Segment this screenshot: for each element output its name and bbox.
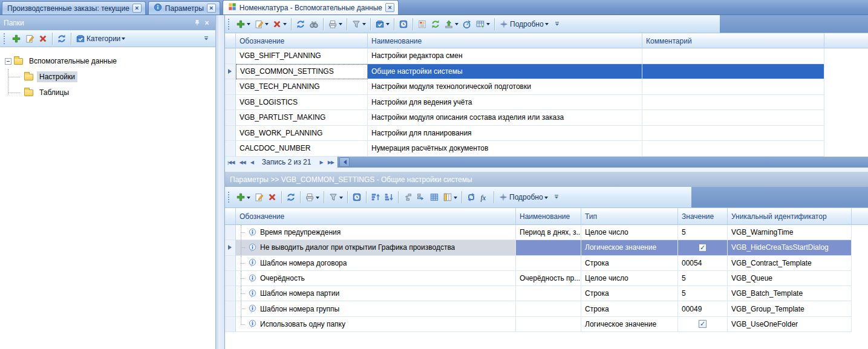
table-row[interactable]: VGB_SHIFT_PLANNINGНастройки редактора см… [225,48,868,64]
cell-uid[interactable]: VGB_Group_Template [728,301,852,316]
refresh-button[interactable] [284,190,298,204]
stopwatch-button[interactable] [460,17,474,31]
cell-value[interactable]: 00054 [678,256,728,271]
edit-param-button[interactable] [252,190,266,204]
delete-param-button[interactable] [266,190,279,204]
tab-production-orders[interactable]: Производственные заказы: текущие × [2,1,146,15]
cell-comment[interactable] [642,126,824,142]
cell-type[interactable]: Строка [581,301,678,316]
cell-uid[interactable]: VGB_WarningTime [728,225,852,240]
toolbar-overflow-button[interactable] [200,31,213,46]
grid-view-button[interactable] [428,190,441,204]
cell-name[interactable]: Настройки для планирования [368,126,642,142]
cell-name[interactable]: Не выводить диалог при открытии Графика … [236,240,516,255]
prev-record-button[interactable]: ◀ [248,157,256,168]
cell-type[interactable]: Строка [581,256,678,271]
prev-page-button[interactable]: ◀◀ [237,157,247,168]
cell-name[interactable]: Время предупреждения [236,225,516,240]
panel-splitter[interactable] [216,15,225,349]
toolbar-overflow-button[interactable] [550,17,564,31]
export-button[interactable] [442,17,460,31]
column-header[interactable]: Тип [581,208,678,225]
cell-code[interactable]: VGB_LOGISTICS [236,95,368,111]
toolbar-overflow-button[interactable] [550,190,563,204]
sync-button[interactable] [429,17,442,31]
table-row[interactable]: VGB_COMMON_SETTINGSОбщие настройки систе… [225,64,868,80]
cell-code[interactable]: VGB_SHIFT_PLANNING [236,48,368,64]
edit-folder-button[interactable] [23,31,36,46]
cell-value[interactable]: 5 [678,271,728,286]
cell-name[interactable]: Использовать одну папку [236,317,516,332]
collapse-icon[interactable] [5,58,11,65]
cell-code[interactable]: VGB_WORK_PLANNING [236,126,368,142]
cell-caption[interactable] [516,301,581,316]
cell-uid[interactable]: VGB_Contract_Template [728,256,852,271]
table-row[interactable]: Шаблон номера договораСтрока00054VGB_Con… [225,256,868,271]
checkbox-checked[interactable]: ✓ [699,244,706,252]
cell-code[interactable]: VGB_PARTLIST_MAKING [236,110,368,126]
report-button[interactable] [416,17,429,31]
cell-name[interactable]: Настройки модуля технологической подгото… [368,79,642,95]
chevron-down-icon[interactable] [339,23,342,27]
cell-name[interactable]: Шаблон номера группы [236,301,516,316]
pin-icon[interactable] [192,18,202,28]
cell-code[interactable]: CALCDOC_NUMBER [236,141,368,157]
table-row[interactable]: VGB_TECH_PLANNINGНастройки модуля технол… [225,79,868,95]
cell-name[interactable]: Нумерация расчётных документов [368,141,642,157]
delete-record-button[interactable] [270,17,289,31]
cell-value[interactable]: 00049 [678,301,728,316]
cell-caption[interactable] [516,286,581,301]
close-icon[interactable]: × [132,4,142,13]
table-row[interactable]: CALCDOC_NUMBERНумерация расчётных докуме… [225,141,868,157]
monitor-button[interactable] [397,17,410,31]
refresh-button[interactable] [294,17,307,31]
formula-button[interactable]: fx [478,190,491,204]
cell-type[interactable]: Целое число [581,225,678,240]
add-table-button[interactable] [474,17,492,31]
cell-comment[interactable] [642,95,824,111]
cell-name[interactable]: Шаблон номера договора [236,256,516,271]
filter-button[interactable] [350,17,368,31]
sort-descending-button[interactable] [382,190,396,204]
next-page-button[interactable]: ▶▶ [325,157,336,168]
toolbar-grip[interactable] [4,33,7,44]
cell-comment[interactable] [642,48,824,64]
table-row[interactable]: Использовать одну папкуЛогическое значен… [225,317,868,332]
tree-item-child[interactable]: Таблицы [0,85,215,100]
sort-ascending-button[interactable] [369,190,382,204]
cell-caption[interactable]: Период в днях, з... [516,225,581,240]
cell-uid[interactable]: VGB_UseOneFolder [728,317,852,332]
cell-name[interactable]: Настройки модуля описания состава издели… [368,110,642,126]
tree-item-selected[interactable]: Настройки [0,69,215,85]
cell-value[interactable]: ✓ [678,317,728,332]
chevron-down-icon[interactable] [386,23,390,27]
categories-button[interactable]: Категории [74,31,127,46]
monitor-button[interactable] [350,190,364,204]
cell-value[interactable]: 5 [678,286,728,301]
table-row[interactable]: Не выводить диалог при открытии Графика … [225,240,868,255]
table-row[interactable]: VGB_LOGISTICSНастройки для ведения учёта [225,95,868,111]
detail-button[interactable]: Подробно [497,190,550,204]
cell-name[interactable]: Очерёдность [236,271,516,286]
cell-name[interactable]: Настройки редактора смен [368,48,642,64]
column-header[interactable]: Наименование [368,33,642,48]
close-icon[interactable]: × [385,3,394,12]
first-record-button[interactable]: |◀◀ [225,157,237,168]
cell-uid[interactable]: VGB_HideCreaTasStartDialog [728,240,852,255]
cell-type[interactable]: Логическое значение [581,317,678,332]
next-record-button[interactable]: ▶ [317,157,325,168]
chevron-down-icon[interactable] [247,197,250,201]
add-record-button[interactable] [234,17,252,31]
horizontal-scrollbar[interactable] [338,157,868,168]
repeat-button[interactable] [465,190,478,204]
tab-nomenclature[interactable]: Номенклатура - Вспомогательные данные × [223,0,399,15]
cell-caption[interactable] [516,256,581,271]
categories-button[interactable] [373,17,391,31]
tree-item-root[interactable]: Вспомогательные данные [0,53,215,69]
chevron-down-icon[interactable] [362,23,366,27]
column-header[interactable]: Комментарий [642,33,824,48]
column-header[interactable]: Наименование [516,208,581,225]
chevron-down-icon[interactable] [545,23,549,27]
add-folder-button[interactable] [10,31,23,46]
cell-type[interactable]: Логическое значение [581,240,678,255]
